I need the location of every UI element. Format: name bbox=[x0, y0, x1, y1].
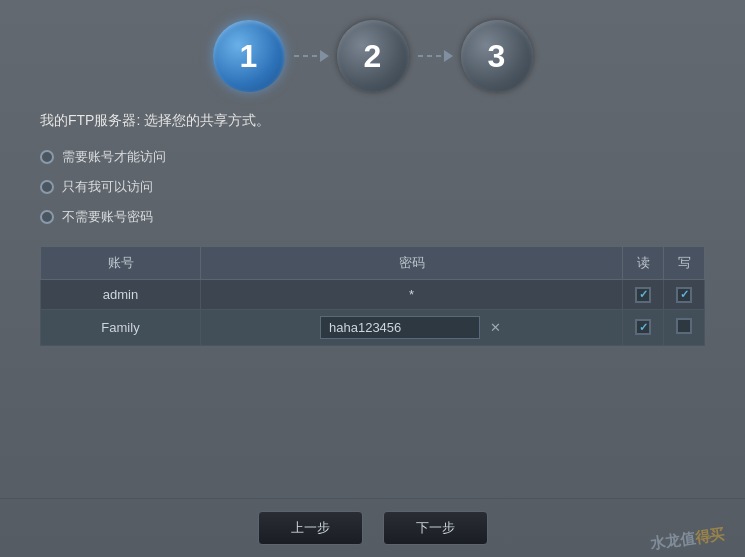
radio-label-2: 只有我可以访问 bbox=[62, 178, 153, 196]
prev-button[interactable]: 上一步 bbox=[258, 511, 363, 545]
step-header: 1 2 3 bbox=[0, 0, 745, 107]
step-3-circle: 3 bbox=[461, 20, 533, 92]
read-cell-admin[interactable] bbox=[623, 280, 664, 310]
radio-label-1: 需要账号才能访问 bbox=[62, 148, 166, 166]
radio-btn-2[interactable] bbox=[40, 180, 54, 194]
step-1-circle: 1 bbox=[213, 20, 285, 92]
content-area: 我的FTP服务器: 选择您的共享方式。 需要账号才能访问 只有我可以访问 不需要… bbox=[0, 107, 745, 498]
password-input-family[interactable] bbox=[320, 316, 480, 339]
footer: 上一步 下一步 水龙值得买 bbox=[0, 499, 745, 557]
radio-item-1[interactable]: 需要账号才能访问 bbox=[40, 148, 705, 166]
password-cell-family[interactable]: ✕ bbox=[201, 309, 623, 345]
col-header-password: 密码 bbox=[201, 247, 623, 280]
step-2-circle: 2 bbox=[337, 20, 409, 92]
write-cell-admin[interactable] bbox=[664, 280, 705, 310]
write-checkbox-family[interactable] bbox=[676, 318, 692, 334]
col-header-write: 写 bbox=[664, 247, 705, 280]
radio-btn-1[interactable] bbox=[40, 150, 54, 164]
password-dot-admin: * bbox=[409, 287, 414, 302]
arrow-2-3 bbox=[417, 50, 453, 62]
radio-btn-3[interactable] bbox=[40, 210, 54, 224]
accounts-table: 账号 密码 读 写 admin bbox=[40, 246, 705, 346]
read-cell-family[interactable] bbox=[623, 309, 664, 345]
page-title: 我的FTP服务器: 选择您的共享方式。 bbox=[40, 112, 705, 130]
col-header-read: 读 bbox=[623, 247, 664, 280]
main-container: 1 2 3 我的FTP服务器: 选择您的共享方式。 bbox=[0, 0, 745, 557]
read-checkbox-admin[interactable] bbox=[635, 287, 651, 303]
read-checkbox-family[interactable] bbox=[635, 319, 651, 335]
radio-item-3[interactable]: 不需要账号密码 bbox=[40, 208, 705, 226]
col-header-account: 账号 bbox=[41, 247, 201, 280]
account-cell-family: Family bbox=[41, 309, 201, 345]
account-cell-admin: admin bbox=[41, 280, 201, 310]
radio-item-2[interactable]: 只有我可以访问 bbox=[40, 178, 705, 196]
radio-group: 需要账号才能访问 只有我可以访问 不需要账号密码 bbox=[40, 148, 705, 226]
next-button[interactable]: 下一步 bbox=[383, 511, 488, 545]
watermark: 水龙值得买 bbox=[649, 525, 726, 554]
table-row: Family ✕ bbox=[41, 309, 705, 345]
clear-password-button[interactable]: ✕ bbox=[488, 320, 503, 335]
table-row: admin * bbox=[41, 280, 705, 310]
radio-label-3: 不需要账号密码 bbox=[62, 208, 153, 226]
password-cell-admin: * bbox=[201, 280, 623, 310]
arrow-1-2 bbox=[293, 50, 329, 62]
write-cell-family[interactable] bbox=[664, 309, 705, 345]
write-checkbox-admin[interactable] bbox=[676, 287, 692, 303]
